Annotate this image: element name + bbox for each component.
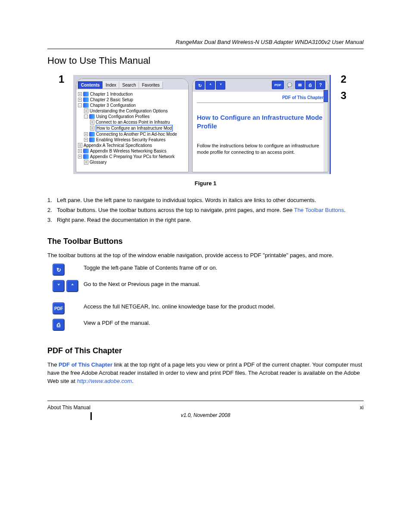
numbered-list: 1.Left pane. Use the left pane to naviga… xyxy=(47,196,364,224)
callout-2: 2 xyxy=(341,73,346,85)
list-item-2: 2.Toolbar buttons. Use the toolbar butto… xyxy=(47,206,364,214)
tree-item-ch3d[interactable]: +Enabling Wireless Security Features xyxy=(78,137,187,143)
content-body: Follow the instructions below to configu… xyxy=(197,143,324,156)
btn-desc-nav: Go to the Next or Previous page in the m… xyxy=(84,280,364,288)
list-item-1: 1.Left pane. Use the left pane to naviga… xyxy=(47,196,364,204)
tree-item-appa[interactable]: Appendix A Technical Specifications xyxy=(78,143,187,148)
btn-row-refresh: ↻ Toggle the left-pane Table of Contents… xyxy=(53,264,364,276)
tab-contents[interactable]: Contents xyxy=(78,81,103,89)
book-icon xyxy=(83,149,89,153)
nav-down-icon[interactable]: ˅ xyxy=(216,81,225,90)
tabs-bar: Contents Index Search Favorites xyxy=(76,79,188,90)
right-toolbar: ↻ ˄ ˅ PDF 💬 ✉ ⎙ ? xyxy=(193,79,328,92)
toolbar-buttons-link[interactable]: The Toolbar Buttons xyxy=(294,207,344,213)
top-rule xyxy=(47,49,364,49)
book-icon xyxy=(89,114,95,119)
btn-row-nav: ˅ ˄ Go to the Next or Previous page in t… xyxy=(53,280,364,292)
toolbar-buttons-heading: The Toolbar Buttons xyxy=(47,237,364,246)
tree-item-ch3b2[interactable]: How to Configure an Infrastructure Mod xyxy=(78,125,187,131)
figure-caption: Figure 1 xyxy=(47,180,364,187)
help-screenshot: Contents Index Search Favorites +Chapter… xyxy=(73,75,331,174)
page-icon xyxy=(84,109,88,113)
nav-up-button-icon: ˄ xyxy=(66,280,78,292)
right-edge xyxy=(330,75,331,174)
btn-desc-refresh: Toggle the left-pane Table of Contents f… xyxy=(84,264,364,272)
book-icon xyxy=(89,137,95,142)
tab-index[interactable]: Index xyxy=(103,81,119,89)
btn-row-pdf: PDF Access the full NETGEAR, Inc. online… xyxy=(53,302,364,314)
figure-area: 1 2 3 Contents Index Search Favorites +C… xyxy=(65,75,340,174)
tab-favorites[interactable]: Favorites xyxy=(139,81,163,89)
tree-item-ch3b1[interactable]: Connect to an Access Point in Infrastru xyxy=(78,119,187,125)
btn-row-print: ⎙ View a PDF of the manual. xyxy=(53,319,364,331)
page-icon xyxy=(78,143,82,148)
tree-item-appb[interactable]: +Appendix B Wireless Networking Basics xyxy=(78,148,187,154)
pdf-link-heading: PDF of This Chapter xyxy=(47,346,364,355)
toc-tree: +Chapter 1 Introduction +Chapter 2 Basic… xyxy=(76,90,188,167)
section-title: How to Use This Manual xyxy=(47,55,364,66)
pdf-button-icon: PDF xyxy=(53,302,65,314)
tree-item-appc[interactable]: +Appendix C Preparing Your PCs for Netwo… xyxy=(78,154,187,159)
pdf-chapter-link[interactable]: PDF of This Chapter xyxy=(59,361,112,368)
btn-desc-pdf: Access the full NETGEAR, Inc. online kno… xyxy=(84,302,364,311)
nav-down-button-icon: ˅ xyxy=(53,280,65,292)
page-icon xyxy=(90,126,94,131)
book-icon xyxy=(83,97,89,102)
btn-desc-print: View a PDF of the manual. xyxy=(84,319,364,327)
tree-item-ch1[interactable]: +Chapter 1 Introduction xyxy=(78,91,187,97)
pdf-icon[interactable]: PDF xyxy=(272,81,284,89)
figure-caption-label: Figure 1 xyxy=(195,180,217,187)
pdf-chapter-link-mini[interactable]: PDF of This Chapter xyxy=(197,95,324,103)
right-content: PDF of This Chapter How to Configure an … xyxy=(193,92,328,172)
bottom-rule xyxy=(47,401,364,401)
list-item-3: 3.Right pane. Read the documentation in … xyxy=(47,216,364,224)
callout-1: 1 xyxy=(59,73,64,85)
page-icon xyxy=(84,160,88,165)
tree-item-ch2[interactable]: +Chapter 2 Basic Setup xyxy=(78,97,187,103)
content-divider xyxy=(197,103,324,103)
print-icon[interactable]: ⎙ xyxy=(305,81,315,89)
nav-up-icon[interactable]: ˄ xyxy=(206,81,215,90)
callout-3: 3 xyxy=(341,90,346,102)
print-button-icon: ⎙ xyxy=(53,319,65,331)
tree-item-ch3[interactable]: -Chapter 3 Configuration xyxy=(78,103,187,108)
page-footer: About This Manual xi xyxy=(47,404,364,411)
book-icon xyxy=(83,154,89,159)
tree-item-ch3a[interactable]: Understanding the Configuration Options xyxy=(78,108,187,114)
email-icon[interactable]: ✉ xyxy=(295,81,305,89)
footer-version: v1.0, November 2008 xyxy=(181,412,230,418)
pdf-link-paragraph: The PDF of This Chapter link at the top … xyxy=(47,361,364,385)
refresh-icon[interactable]: ↻ xyxy=(195,81,205,90)
left-panel: Contents Index Search Favorites +Chapter… xyxy=(76,78,189,172)
content-title: How to Configure an Infrastructure Mode … xyxy=(197,113,324,131)
feedback-icon[interactable]: 💬 xyxy=(285,81,294,89)
tree-item-glossary[interactable]: Glossary xyxy=(78,159,187,165)
running-header: RangeMax Dual Band Wireless-N USB Adapte… xyxy=(47,39,364,45)
book-icon xyxy=(83,92,89,96)
help-icon[interactable]: ? xyxy=(316,81,325,89)
tree-item-ch3b[interactable]: -Using Configuration Profiles xyxy=(78,114,187,119)
footer-page: xi xyxy=(360,404,364,411)
page-icon xyxy=(90,120,94,124)
book-icon xyxy=(89,132,95,137)
book-icon xyxy=(83,103,89,108)
footer-left: About This Manual xyxy=(47,404,90,411)
tree-item-ch3c[interactable]: +Connecting to Another PC in Ad-hoc Mode xyxy=(78,131,187,137)
refresh-button-icon: ↻ xyxy=(53,264,65,276)
revision-bar xyxy=(90,412,92,420)
tab-search[interactable]: Search xyxy=(119,81,139,89)
toolbar-intro: The toolbar buttons at the top of the wi… xyxy=(47,251,364,259)
right-panel: ↻ ˄ ˅ PDF 💬 ✉ ⎙ ? PDF of This Chapter H xyxy=(192,78,328,172)
adobe-link[interactable]: http://www.adobe.com xyxy=(77,378,132,384)
